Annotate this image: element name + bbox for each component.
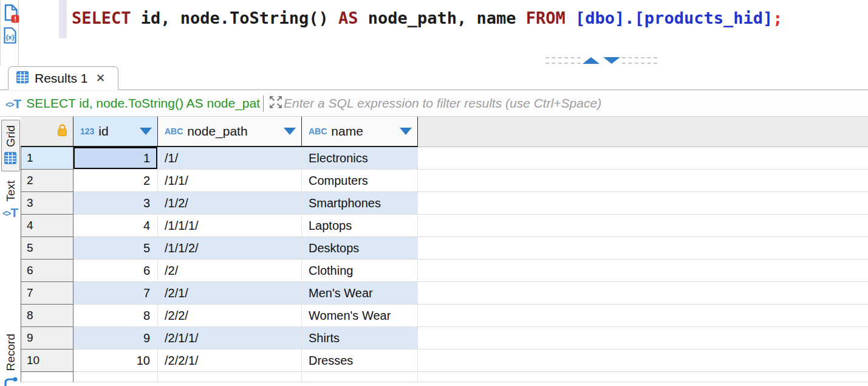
tab-results-1[interactable]: Results 1 ✕	[8, 66, 118, 90]
row-number[interactable]	[21, 372, 73, 382]
row-number[interactable]: 9	[21, 327, 73, 350]
cell-node-path[interactable]: /2/2/	[158, 305, 302, 327]
row-number[interactable]: 4	[21, 215, 73, 237]
column-dropdown-icon[interactable]	[140, 128, 152, 135]
cell-id[interactable]: 5	[73, 237, 158, 260]
cell-node-path[interactable]: /1/1/1/	[158, 215, 302, 237]
cell-node-path[interactable]: /2/1/	[158, 282, 302, 305]
grid-header-filler	[418, 117, 868, 147]
sql-editor[interactable]: ! {x} SELECT id, node.ToString() AS node…	[0, 0, 868, 66]
cell-filler	[418, 170, 868, 192]
cell-node-path[interactable]: /2/	[158, 260, 302, 282]
table-row[interactable]: 2 2 /1/1/ Computers	[21, 170, 868, 192]
lock-icon	[57, 123, 67, 139]
string-type-badge: ABC	[165, 126, 183, 136]
table-row[interactable]: 7 7 /2/1/ Men's Wear	[21, 282, 868, 305]
script-variables-icon[interactable]: {x}	[3, 27, 17, 47]
row-number[interactable]: 1	[21, 147, 73, 170]
tab-record[interactable]: Record	[3, 334, 18, 386]
cell-id[interactable]: 8	[73, 305, 158, 327]
grid-corner-cell[interactable]	[21, 117, 73, 147]
cell-filler	[418, 372, 868, 382]
row-number[interactable]: 10	[21, 350, 73, 372]
table-row[interactable]: 10 10 /2/2/1/ Dresses	[21, 350, 868, 372]
cell-name[interactable]: Men's Wear	[302, 282, 418, 305]
expand-filter-icon[interactable]	[268, 94, 284, 112]
cell-name[interactable]: Dresses	[302, 350, 418, 372]
cell-node-path[interactable]	[158, 372, 302, 382]
tab-grid[interactable]: Grid	[1, 120, 20, 171]
numeric-type-badge: 123	[80, 126, 94, 136]
cell-filler	[418, 327, 868, 350]
cell-name[interactable]: Clothing	[302, 260, 418, 282]
splitter-dashes-left	[545, 57, 581, 64]
cell-id[interactable]: 9	[73, 327, 158, 350]
table-row[interactable]: 8 8 /2/2/ Women's Wear	[21, 305, 868, 327]
cell-filler	[418, 237, 868, 260]
cell-node-path[interactable]: /2/2/1/	[158, 350, 302, 372]
tab-text[interactable]: Text <>T	[2, 181, 18, 219]
results-grid-icon	[16, 71, 29, 86]
cell-id[interactable]: 10	[73, 350, 158, 372]
cell-filler	[418, 147, 868, 170]
table-row[interactable]: 3 3 /1/2/ Smartphones	[21, 192, 868, 215]
column-dropdown-icon[interactable]	[400, 128, 412, 135]
sql-statement[interactable]: SELECT id, node.ToString() AS node_path,…	[72, 8, 782, 29]
cell-id[interactable]: 7	[73, 282, 158, 305]
grid-icon	[4, 151, 17, 167]
sql-text-icon: <>T	[5, 97, 21, 110]
cell-id[interactable]: 1	[73, 147, 158, 170]
cell-name[interactable]: Electronics	[302, 147, 418, 170]
filter-bar[interactable]: <>T SELECT id, node.ToString() AS node_p…	[0, 90, 868, 117]
cell-filler	[418, 192, 868, 215]
cell-filler	[418, 215, 868, 237]
cell-name[interactable]: Computers	[302, 170, 418, 192]
cell-id[interactable]: 6	[73, 260, 158, 282]
cell-node-path[interactable]: /1/1/2/	[158, 237, 302, 260]
column-header-name[interactable]: ABC name	[302, 117, 418, 147]
cell-id[interactable]	[73, 372, 158, 382]
cell-name[interactable]: Desktops	[302, 237, 418, 260]
table-row[interactable]: 4 4 /1/1/1/ Laptops	[21, 215, 868, 237]
filter-separator	[263, 95, 264, 112]
current-statement-indicator	[59, 0, 67, 38]
svg-text:{x}: {x}	[5, 33, 14, 41]
column-header-node-path[interactable]: ABC node_path	[158, 117, 302, 147]
table-row[interactable]: 6 6 /2/ Clothing	[21, 260, 868, 282]
cell-name[interactable]: Laptops	[302, 215, 418, 237]
applied-filter-sql[interactable]: SELECT id, node.ToString() AS node_pat	[26, 96, 260, 111]
results-grid[interactable]: 123 id ABC node_path ABC name 1 1 /1/	[21, 117, 868, 386]
maximize-results-arrow-icon[interactable]	[603, 57, 620, 64]
cell-id[interactable]: 2	[73, 170, 158, 192]
row-number[interactable]: 7	[21, 282, 73, 305]
cell-name[interactable]	[302, 372, 418, 382]
pane-splitter[interactable]	[545, 55, 657, 66]
filter-input[interactable]	[284, 96, 868, 111]
row-number[interactable]: 2	[21, 170, 73, 192]
results-area: Grid Text <>T Recor	[0, 117, 868, 386]
table-row[interactable]: 9 9 /2/1/1/ Shirts	[21, 327, 868, 350]
cell-filler	[418, 350, 868, 372]
row-number[interactable]: 8	[21, 305, 73, 327]
table-row[interactable]: 1 1 /1/ Electronics	[21, 147, 868, 170]
cell-id[interactable]: 3	[73, 192, 158, 215]
cell-node-path[interactable]: /1/1/	[158, 170, 302, 192]
dbeaver-sql-results-window: ! {x} SELECT id, node.ToString() AS node…	[0, 0, 868, 386]
row-number[interactable]: 3	[21, 192, 73, 215]
column-dropdown-icon[interactable]	[284, 128, 296, 135]
row-number[interactable]: 6	[21, 260, 73, 282]
cell-name[interactable]: Shirts	[302, 327, 418, 350]
grid-body: 1 1 /1/ Electronics 2 2 /1/1/ Computers …	[21, 147, 868, 382]
cell-node-path[interactable]: /1/	[158, 147, 302, 170]
column-header-id[interactable]: 123 id	[73, 117, 158, 147]
row-number[interactable]: 5	[21, 237, 73, 260]
cell-node-path[interactable]: /1/2/	[158, 192, 302, 215]
close-icon[interactable]: ✕	[96, 71, 106, 85]
cell-name[interactable]: Smartphones	[302, 192, 418, 215]
script-error-icon[interactable]: !	[3, 4, 19, 26]
maximize-editor-arrow-icon[interactable]	[583, 57, 600, 64]
table-row[interactable]: 5 5 /1/1/2/ Desktops	[21, 237, 868, 260]
cell-name[interactable]: Women's Wear	[302, 305, 418, 327]
cell-id[interactable]: 4	[73, 215, 158, 237]
cell-node-path[interactable]: /2/1/1/	[158, 327, 302, 350]
